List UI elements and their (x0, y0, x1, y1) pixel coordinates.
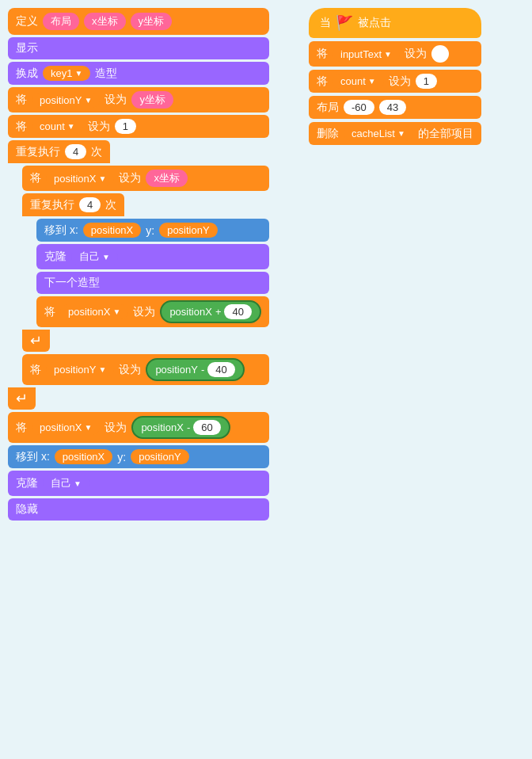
set-py-minus-label: 将 (30, 363, 41, 377)
repeat-outer-container: 重复执行 4 次 将 positionX 设为 x坐标 重复执行 4 次 (8, 140, 269, 410)
set-count-action: 设为 (88, 120, 110, 134)
set-px-plus-action: 设为 (133, 305, 155, 319)
set-count-var[interactable]: count (32, 119, 83, 134)
show-label: 显示 (16, 41, 38, 55)
switch-var[interactable]: key1 (43, 66, 90, 81)
set-py-minus-val: 40 (207, 362, 234, 377)
move-to-xy2-block[interactable]: 移到 x: positionX y: positionY (8, 445, 269, 468)
next-costume-block[interactable]: 下一个造型 (36, 272, 269, 294)
right-panel: 当 🚩 被点击 将 inputText 设为 将 count 设为 1 布局 -… (309, 8, 481, 145)
set-positionX-block[interactable]: 将 positionX 设为 x坐标 (22, 166, 269, 191)
set-count-r-label: 将 (317, 74, 328, 89)
set-py-minus-op: - (201, 364, 204, 376)
repeat-outer-label: 重复执行 (16, 145, 60, 159)
set-px-plus-var[interactable]: positionX (60, 304, 128, 319)
set-y-value: y坐标 (131, 91, 173, 109)
when-flag-block[interactable]: 当 🚩 被点击 (309, 8, 481, 38)
define-block[interactable]: 定义 布局 x坐标 y坐标 (8, 8, 269, 35)
when-label: 当 (320, 16, 331, 30)
flag-icon: 🚩 (336, 14, 353, 32)
set-count-r-value: 1 (416, 74, 437, 89)
delete-label: 删除 (317, 127, 339, 141)
repeat-inner-label: 重复执行 (30, 198, 74, 212)
switch-costume-block[interactable]: 换成 key1 造型 (8, 62, 269, 85)
next-costume-label: 下一个造型 (44, 276, 100, 290)
set-px-minus-val: 60 (193, 420, 220, 435)
repeat-inner-count: 4 (79, 197, 101, 212)
clone2-block[interactable]: 克隆 自己 (8, 471, 269, 496)
move-to-xy-block[interactable]: 移到 x: positionX y: positionY (36, 219, 269, 242)
repeat-inner-block[interactable]: 重复执行 4 次 (22, 193, 124, 216)
repeat-outer-unit: 次 (91, 145, 102, 159)
move-xy2-varx: positionX (55, 449, 112, 464)
delete-var[interactable]: cacheList (344, 126, 413, 141)
move-xy-varx: positionX (83, 223, 141, 238)
set-y-action: 设为 (104, 93, 127, 107)
set-px-minus-var[interactable]: positionX (32, 420, 100, 435)
set-py-minus-block[interactable]: 将 positionY 设为 positionY - 40 (22, 354, 269, 385)
define-param-layout: 布局 (43, 13, 79, 30)
set-count-value: 1 (115, 119, 136, 134)
define-param-x: x坐标 (84, 13, 126, 30)
set-it-value-oval (431, 45, 449, 63)
repeat-outer-bottom: ↵ (8, 387, 36, 410)
set-px-plus-block[interactable]: 将 positionX 设为 positionX + 40 (36, 296, 269, 327)
set-px-minus-block[interactable]: 将 positionX 设为 positionX - 60 (8, 412, 269, 443)
set-count-block[interactable]: 将 count 设为 1 (8, 115, 269, 138)
switch-suffix: 造型 (95, 67, 117, 81)
repeat-inner-unit: 次 (105, 198, 116, 212)
set-count-label: 将 (16, 120, 27, 134)
move-xy2-ylabel: y: (117, 451, 126, 463)
repeat-inner-bottom: ↵ (22, 330, 50, 352)
repeat-outer-block[interactable]: 重复执行 4 次 (8, 140, 110, 163)
set-inputtext-block[interactable]: 将 inputText 设为 (309, 41, 481, 67)
left-panel: 定义 布局 x坐标 y坐标 显示 换成 key1 造型 将 positionY … (8, 8, 269, 521)
set-px-minus-expr: positionX - 60 (131, 416, 230, 439)
set-px-label: 将 (30, 171, 41, 185)
set-px-plus-label: 将 (44, 305, 55, 319)
set-px-plus-expr-text: positionX (169, 306, 211, 318)
clone2-var[interactable]: 自己 (43, 475, 89, 492)
set-it-var[interactable]: inputText (332, 47, 400, 62)
move-xy-vary: positionY (159, 223, 217, 238)
clone2-label: 克隆 (16, 476, 38, 490)
layout-block[interactable]: 布局 -60 43 (309, 96, 481, 119)
move-xy2-vary: positionY (131, 449, 188, 464)
hide-block[interactable]: 隐藏 (8, 498, 269, 521)
repeat-outer-count: 4 (65, 144, 86, 159)
set-y-var[interactable]: positionY (32, 93, 100, 108)
layout-y: 43 (379, 100, 406, 115)
clone-label: 克隆 (44, 250, 66, 264)
set-it-label: 将 (317, 47, 328, 61)
set-px-minus-label: 将 (16, 421, 27, 435)
set-px-minus-action: 设为 (104, 421, 127, 435)
set-px-minus-op: - (187, 421, 190, 433)
set-px-action: 设为 (119, 171, 141, 185)
set-positionY-block[interactable]: 将 positionY 设为 y坐标 (8, 87, 269, 113)
delete-list-block[interactable]: 删除 cacheList 的全部项目 (309, 122, 481, 145)
show-block[interactable]: 显示 (8, 37, 269, 59)
set-px-var[interactable]: positionX (46, 171, 114, 186)
move-xy-label: 移到 x: (44, 223, 78, 238)
define-param-y: y坐标 (131, 13, 173, 30)
layout-x: -60 (344, 100, 374, 115)
set-px-minus-expr-text: positionX (141, 421, 183, 433)
repeat-inner-container: 重复执行 4 次 移到 x: positionX y: positionY 克隆 (22, 193, 269, 352)
set-py-minus-expr-text: positionY (155, 364, 197, 376)
set-py-minus-action: 设为 (119, 363, 141, 377)
set-py-minus-var[interactable]: positionY (46, 362, 114, 377)
switch-label: 换成 (16, 67, 38, 81)
set-px-plus-val: 40 (224, 304, 251, 319)
set-count-r-var[interactable]: count (332, 74, 384, 89)
set-count-right-block[interactable]: 将 count 设为 1 (309, 70, 481, 93)
set-py-minus-expr: positionY - 40 (146, 358, 244, 381)
set-y-label: 将 (16, 93, 27, 107)
when-suffix: 被点击 (358, 16, 391, 30)
clone-block[interactable]: 克隆 自己 (36, 244, 269, 269)
move-xy2-label: 移到 x: (16, 450, 50, 464)
clone-var[interactable]: 自己 (71, 248, 118, 265)
layout-label: 布局 (317, 101, 339, 115)
set-px-value: x坐标 (146, 170, 188, 187)
set-count-r-action: 设为 (389, 74, 411, 89)
set-px-plus-expr: positionX + 40 (160, 300, 261, 323)
